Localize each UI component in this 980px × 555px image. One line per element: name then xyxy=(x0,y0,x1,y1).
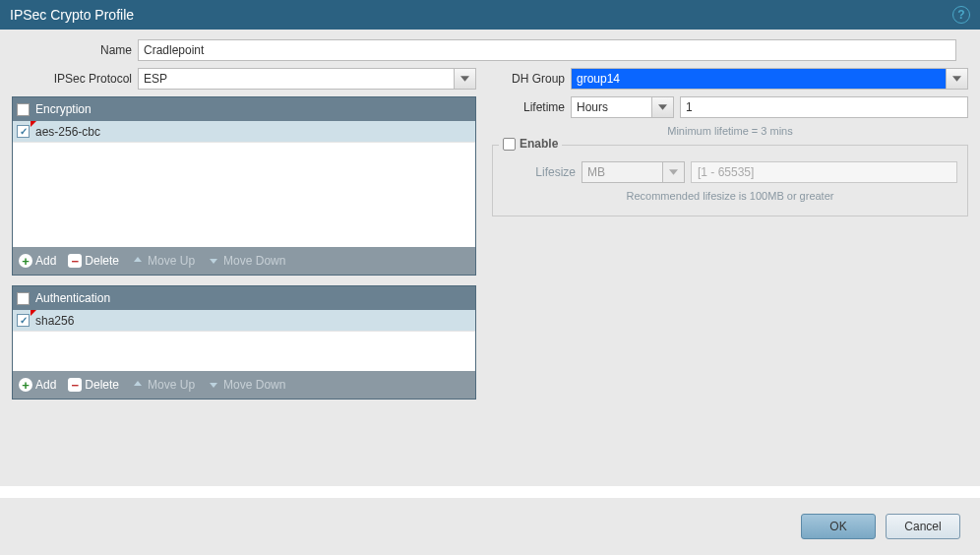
name-row: Name xyxy=(12,39,968,61)
encryption-add-button[interactable]: + Add xyxy=(19,254,56,268)
encryption-list[interactable]: aes-256-cbc xyxy=(13,121,475,247)
lifetime-hint: Minimum lifetime = 3 mins xyxy=(492,125,968,137)
enable-legend: Enable xyxy=(499,137,562,151)
encryption-select-all-checkbox[interactable] xyxy=(17,103,30,116)
authentication-move-up-button[interactable]: Move Up xyxy=(131,378,195,392)
encryption-header-label: Encryption xyxy=(35,102,92,116)
authentication-delete-button[interactable]: − Delete xyxy=(68,378,119,392)
authentication-item-label: sha256 xyxy=(35,314,74,328)
ipsec-protocol-combo[interactable]: ESP xyxy=(138,68,476,90)
authentication-toolbar: + Add − Delete Move Up xyxy=(13,371,475,399)
authentication-add-button[interactable]: + Add xyxy=(19,378,56,392)
list-item[interactable]: aes-256-cbc xyxy=(13,121,475,143)
lifesize-unit-value: MB xyxy=(582,162,662,182)
minus-icon: − xyxy=(68,378,82,392)
authentication-item-checkbox[interactable] xyxy=(17,314,30,327)
chevron-down-icon[interactable] xyxy=(454,69,475,89)
enable-label: Enable xyxy=(520,137,558,151)
right-column: DH Group group14 Lifetime Hours xyxy=(492,68,968,216)
authentication-select-all-checkbox[interactable] xyxy=(17,292,30,305)
lifesize-label: Lifesize xyxy=(503,165,582,179)
help-icon[interactable]: ? xyxy=(952,6,970,24)
encryption-panel: Encryption aes-256-cbc + Add xyxy=(12,96,476,276)
required-marker-icon xyxy=(31,310,36,316)
required-marker-icon xyxy=(31,121,36,127)
dialog-title: IPSec Crypto Profile xyxy=(10,7,134,23)
lifesize-value-input: [1 - 65535] xyxy=(691,161,957,183)
dh-group-row: DH Group group14 xyxy=(492,68,968,90)
encryption-header: Encryption xyxy=(13,97,475,121)
chevron-down-icon[interactable] xyxy=(946,69,967,89)
lifetime-label: Lifetime xyxy=(492,100,571,114)
authentication-panel: Authentication sha256 + Add xyxy=(12,285,476,400)
authentication-list[interactable]: sha256 xyxy=(13,310,475,371)
lifesize-hint: Recommended lifesize is 100MB or greater xyxy=(503,190,957,202)
name-input[interactable] xyxy=(138,39,956,61)
minus-icon: − xyxy=(68,254,82,268)
encryption-item-label: aes-256-cbc xyxy=(35,125,100,139)
encryption-move-down-button[interactable]: Move Down xyxy=(207,254,285,268)
plus-icon: + xyxy=(19,378,32,392)
enable-fieldset: Enable Lifesize MB [1 - 65535] Re xyxy=(492,145,968,216)
encryption-toolbar: + Add − Delete Move Up xyxy=(13,247,475,275)
ipsec-crypto-profile-dialog: IPSec Crypto Profile ? Name IPSec Protoc… xyxy=(0,0,980,555)
chevron-down-icon xyxy=(662,162,684,182)
arrow-down-icon xyxy=(207,378,220,392)
authentication-header: Authentication xyxy=(13,286,475,310)
encryption-move-up-button[interactable]: Move Up xyxy=(131,254,195,268)
encryption-item-checkbox[interactable] xyxy=(17,125,30,138)
authentication-move-down-button[interactable]: Move Down xyxy=(207,378,285,392)
enable-checkbox[interactable] xyxy=(503,138,516,151)
lifetime-value-input[interactable] xyxy=(680,96,968,118)
dh-group-combo[interactable]: group14 xyxy=(571,68,968,90)
ipsec-protocol-value: ESP xyxy=(139,69,454,89)
lifetime-unit-combo[interactable]: Hours xyxy=(571,96,674,118)
list-item[interactable]: sha256 xyxy=(13,310,475,332)
arrow-up-icon xyxy=(131,254,145,268)
plus-icon: + xyxy=(19,254,32,268)
two-column-layout: IPSec Protocol ESP Encryption xyxy=(12,68,968,400)
arrow-down-icon xyxy=(207,254,220,268)
lifesize-unit-combo: MB xyxy=(582,161,685,183)
name-label: Name xyxy=(12,43,138,57)
ipsec-protocol-row: IPSec Protocol ESP xyxy=(12,68,476,90)
dialog-content: Name IPSec Protocol ESP xyxy=(0,30,980,486)
dh-group-label: DH Group xyxy=(492,72,571,86)
cancel-button[interactable]: Cancel xyxy=(886,514,960,539)
ok-button[interactable]: OK xyxy=(801,514,876,539)
ipsec-protocol-label: IPSec Protocol xyxy=(12,72,138,86)
encryption-delete-button[interactable]: − Delete xyxy=(68,254,119,268)
left-column: IPSec Protocol ESP Encryption xyxy=(12,68,476,400)
button-bar: OK Cancel xyxy=(0,498,980,555)
lifetime-row: Lifetime Hours xyxy=(492,96,968,118)
arrow-up-icon xyxy=(131,378,145,392)
titlebar: IPSec Crypto Profile ? xyxy=(0,0,980,30)
lifetime-unit-value: Hours xyxy=(572,97,651,117)
chevron-down-icon[interactable] xyxy=(651,97,673,117)
authentication-header-label: Authentication xyxy=(35,291,110,305)
lifesize-row: Lifesize MB [1 - 65535] xyxy=(503,161,957,183)
dh-group-value: group14 xyxy=(572,69,946,89)
